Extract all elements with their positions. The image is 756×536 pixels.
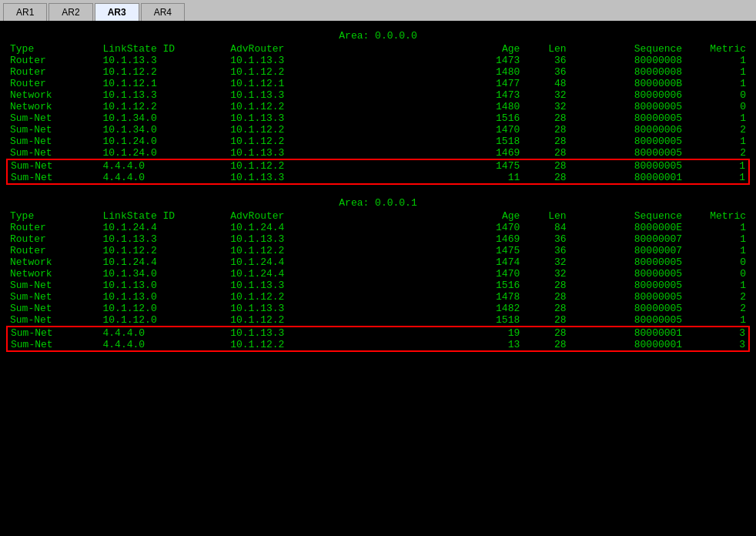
table-row: Sum-Net4.4.4.010.1.13.31128800000011 [7, 172, 749, 184]
area1-table: TypeLinkState IDAdvRouterAgeLenSequenceM… [6, 210, 750, 352]
table-row: Sum-Net10.1.13.010.1.13.3151628800000051 [7, 280, 749, 291]
table-row: Router10.1.12.210.1.12.2148036800000081 [7, 66, 749, 78]
table-row: Sum-Net10.1.34.010.1.13.3151628800000051 [7, 112, 749, 124]
table-row: Sum-Net10.1.34.010.1.12.2147028800000062 [7, 124, 749, 136]
table-row: Router10.1.12.210.1.12.2147536800000071 [7, 245, 749, 256]
table-header: TypeLinkState IDAdvRouterAgeLenSequenceM… [7, 43, 749, 55]
tab-ar4[interactable]: AR4 [141, 3, 185, 21]
table-header: TypeLinkState IDAdvRouterAgeLenSequenceM… [7, 210, 749, 222]
table-row: Network10.1.24.410.1.24.4147432800000050 [7, 256, 749, 268]
table-row: Router10.1.13.310.1.13.3146936800000071 [7, 233, 749, 245]
table-row: Sum-Net4.4.4.010.1.13.31928800000013 [7, 327, 749, 339]
table-row: Sum-Net10.1.24.010.1.13.3146928800000052 [7, 147, 749, 159]
content-area: Area: 0.0.0.0 TypeLinkState IDAdvRouterA… [0, 21, 756, 357]
table-row: Sum-Net10.1.13.010.1.12.2147828800000052 [7, 291, 749, 303]
tab-bar: AR1AR2AR3AR4 [0, 0, 756, 21]
area0-title: Area: 0.0.0.0 [6, 30, 750, 42]
tab-ar2[interactable]: AR2 [49, 3, 92, 21]
table-row: Sum-Net10.1.12.010.1.13.3148228800000052 [7, 303, 749, 314]
table-row: Network10.1.12.210.1.12.2148032800000050 [7, 101, 749, 112]
tab-ar3[interactable]: AR3 [95, 3, 139, 21]
table-row: Network10.1.34.010.1.24.4147032800000050 [7, 268, 749, 280]
table-row: Sum-Net4.4.4.010.1.12.21328800000013 [7, 339, 749, 351]
table-row: Router10.1.24.410.1.24.41470848000000E1 [7, 222, 749, 233]
table-row: Sum-Net10.1.24.010.1.12.2151828800000051 [7, 136, 749, 147]
table-row: Router10.1.13.310.1.13.3147336800000081 [7, 55, 749, 66]
table-row: Router10.1.12.110.1.12.11477488000000B1 [7, 78, 749, 89]
tab-ar1[interactable]: AR1 [3, 3, 47, 21]
table-row: Sum-Net4.4.4.010.1.12.2147528800000051 [7, 159, 749, 172]
table-row: Network10.1.13.310.1.13.3147332800000060 [7, 89, 749, 101]
table-row: Sum-Net10.1.12.010.1.12.2151828800000051 [7, 314, 749, 327]
area1-title: Area: 0.0.0.1 [6, 197, 750, 209]
area0-table: TypeLinkState IDAdvRouterAgeLenSequenceM… [6, 43, 750, 185]
